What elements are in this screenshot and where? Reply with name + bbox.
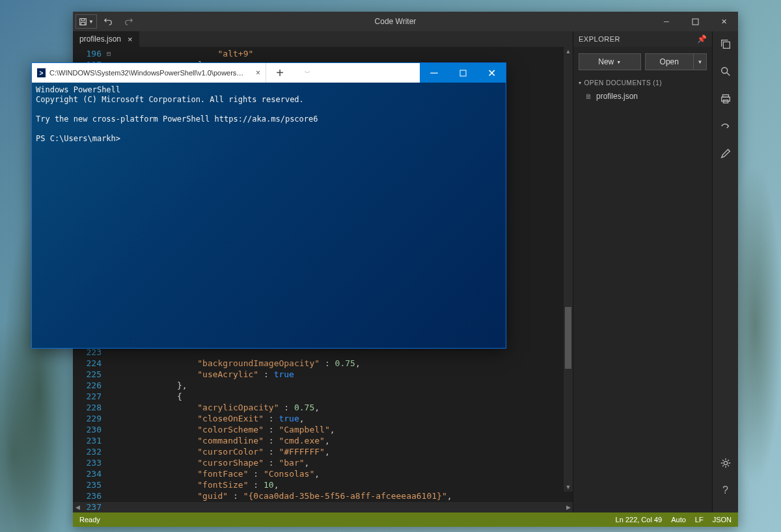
undo-icon	[103, 17, 113, 26]
close-button[interactable]: ✕	[477, 63, 506, 83]
horizontal-scrollbar[interactable]: ◀ ▶	[73, 502, 573, 512]
powershell-icon: >	[37, 68, 46, 77]
save-button[interactable]: ▼	[75, 14, 97, 29]
edit-button[interactable]	[717, 144, 735, 163]
help-button[interactable]: ?	[717, 481, 735, 499]
tab-close-icon[interactable]: ×	[128, 34, 133, 44]
terminal-output[interactable]: Windows PowerShell Copyright (C) Microso…	[32, 83, 506, 348]
search-icon	[720, 66, 732, 77]
vertical-scrollbar[interactable]: ▲ ▼	[564, 47, 573, 492]
terminal-window: > C:\WINDOWS\System32\WindowsPowerShell\…	[31, 62, 506, 349]
status-position[interactable]: Ln 222, Col 49	[616, 516, 663, 524]
terminal-tab-title: C:\WINDOWS\System32\WindowsPowerShell\v1…	[49, 69, 247, 77]
search-button[interactable]	[717, 62, 735, 81]
copy-button[interactable]	[717, 35, 735, 53]
explorer-title: EXPLORER	[579, 35, 620, 43]
open-dropdown[interactable]: ▼	[693, 54, 706, 70]
tab-label: profiles.json	[79, 34, 121, 44]
status-language[interactable]: JSON	[713, 516, 732, 524]
app-title: Code Writer	[139, 17, 652, 26]
svg-rect-7	[721, 97, 730, 101]
maximize-button[interactable]	[681, 12, 709, 31]
redo-button[interactable]	[119, 12, 139, 31]
maximize-button[interactable]	[448, 63, 477, 83]
print-button[interactable]	[717, 90, 735, 108]
close-icon: ✕	[721, 18, 727, 26]
open-documents-header[interactable]: ▾ OPEN DOCUMENTS (1)	[573, 77, 712, 89]
scroll-thumb[interactable]	[565, 307, 571, 369]
status-eol[interactable]: LF	[695, 516, 704, 524]
share-icon	[720, 120, 732, 132]
minimize-button[interactable]: ─	[420, 63, 448, 83]
titlebar[interactable]: ▼ Code Writer ─ ✕	[73, 12, 738, 31]
chevron-down-icon: ▼	[616, 60, 621, 64]
status-encoding[interactable]: Auto	[671, 516, 686, 524]
scroll-down-icon[interactable]: ▼	[564, 483, 573, 492]
settings-button[interactable]	[717, 454, 735, 472]
pencil-icon	[720, 148, 732, 159]
redo-icon	[124, 17, 133, 26]
minimize-button[interactable]: ─	[652, 12, 681, 31]
svg-rect-4	[723, 42, 730, 48]
terminal-tab[interactable]: > C:\WINDOWS\System32\WindowsPowerShell\…	[32, 63, 266, 83]
print-icon	[720, 93, 732, 105]
svg-point-5	[721, 68, 727, 73]
collapse-icon: ▾	[579, 80, 582, 86]
right-rail: ?	[712, 31, 738, 512]
undo-button[interactable]	[98, 12, 118, 31]
tab-dropdown-button[interactable]: ﹀	[294, 63, 321, 83]
chevron-down-icon: ﹀	[305, 69, 310, 77]
save-icon	[79, 18, 87, 26]
file-icon: 🗎	[585, 92, 592, 100]
chevron-down-icon: ▼	[89, 19, 94, 25]
help-icon: ?	[722, 485, 728, 496]
copy-icon	[720, 38, 732, 50]
gear-icon	[720, 457, 732, 469]
minimize-icon: ─	[664, 18, 669, 25]
editor-tabbar: profiles.json ×	[73, 31, 573, 47]
explorer-panel: EXPLORER 📌 New▼ Open ▼ ▾ OPEN DOCUMENTS …	[573, 31, 712, 512]
tab-close-icon[interactable]: ×	[251, 68, 260, 77]
maximize-icon	[459, 70, 467, 77]
open-button[interactable]: Open ▼	[645, 53, 707, 70]
new-tab-button[interactable]: +	[266, 63, 294, 83]
explorer-item[interactable]: 🗎 profiles.json	[573, 89, 712, 103]
pin-icon[interactable]: 📌	[697, 34, 707, 44]
scroll-right-icon[interactable]: ▶	[564, 504, 573, 511]
status-bar: Ready Ln 222, Col 49 Auto LF JSON	[73, 512, 738, 527]
new-button[interactable]: New▼	[579, 53, 641, 70]
terminal-titlebar[interactable]: > C:\WINDOWS\System32\WindowsPowerShell\…	[32, 63, 506, 83]
svg-rect-10	[460, 70, 466, 76]
svg-point-9	[724, 461, 727, 464]
svg-rect-2	[81, 22, 85, 25]
status-ready: Ready	[79, 516, 100, 524]
close-icon: ✕	[487, 67, 496, 79]
svg-rect-1	[81, 18, 85, 20]
plus-icon: +	[276, 66, 284, 81]
scroll-left-icon[interactable]: ◀	[73, 504, 82, 511]
share-button[interactable]	[717, 117, 735, 135]
scroll-up-icon[interactable]: ▲	[564, 47, 573, 56]
minimize-icon: ─	[430, 67, 437, 79]
maximize-icon	[692, 18, 699, 25]
close-button[interactable]: ✕	[709, 12, 738, 31]
editor-tab[interactable]: profiles.json ×	[73, 31, 139, 47]
svg-rect-3	[692, 19, 698, 25]
